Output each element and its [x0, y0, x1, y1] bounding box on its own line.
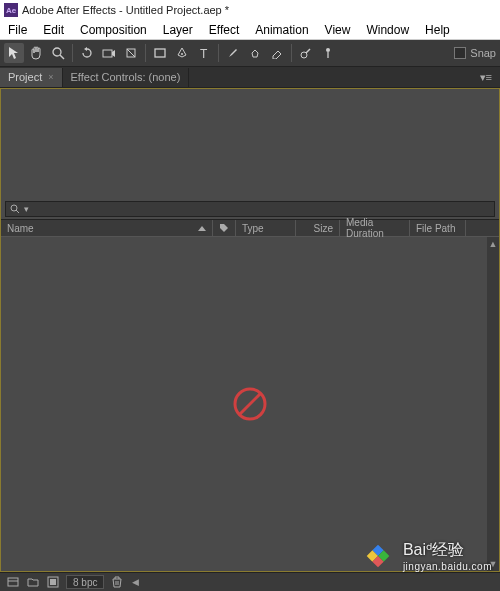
column-type-label: Type	[242, 223, 264, 234]
menu-window[interactable]: Window	[358, 23, 417, 37]
rectangle-tool[interactable]	[150, 43, 170, 63]
menu-help[interactable]: Help	[417, 23, 458, 37]
column-file-path[interactable]: File Path	[410, 220, 466, 236]
menu-file[interactable]: File	[0, 23, 35, 37]
column-type[interactable]: Type	[236, 220, 296, 236]
svg-point-6	[181, 53, 183, 55]
svg-point-0	[53, 48, 61, 56]
type-tool[interactable]: T	[194, 43, 214, 63]
toolbar-separator	[218, 44, 219, 62]
window-titlebar: Ae Adobe After Effects - Untitled Projec…	[0, 0, 500, 20]
tab-effect-controls[interactable]: Effect Controls: (none)	[63, 68, 190, 87]
tag-icon	[219, 223, 229, 233]
column-media-duration[interactable]: Media Duration	[340, 220, 410, 236]
column-headers: Name Type Size Media Duration File Path	[1, 219, 499, 237]
roto-brush-tool[interactable]	[296, 43, 316, 63]
svg-rect-2	[103, 50, 112, 57]
svg-rect-16	[8, 578, 18, 586]
project-bin[interactable]: ▲ ▼	[1, 237, 499, 571]
svg-point-10	[326, 48, 330, 52]
toolbar-separator	[72, 44, 73, 62]
menu-animation[interactable]: Animation	[247, 23, 316, 37]
column-size[interactable]: Size	[296, 220, 340, 236]
svg-line-15	[240, 394, 260, 414]
app-logo: Ae	[4, 3, 18, 17]
hand-tool[interactable]	[26, 43, 46, 63]
svg-line-1	[60, 55, 64, 59]
column-name-label: Name	[7, 223, 34, 234]
source-preview-area	[1, 89, 499, 199]
brush-tool[interactable]	[223, 43, 243, 63]
menu-view[interactable]: View	[317, 23, 359, 37]
puppet-pin-tool[interactable]	[318, 43, 338, 63]
scroll-down-icon[interactable]: ▼	[489, 559, 498, 569]
snap-label: Snap	[470, 47, 496, 59]
svg-rect-19	[50, 579, 56, 585]
svg-line-9	[306, 49, 310, 53]
delete-icon[interactable]	[110, 575, 124, 589]
snap-checkbox[interactable]	[454, 47, 466, 59]
new-composition-icon[interactable]	[46, 575, 60, 589]
new-folder-icon[interactable]	[26, 575, 40, 589]
tab-project[interactable]: Project ×	[0, 68, 63, 87]
tab-effect-controls-label: Effect Controls: (none)	[71, 71, 181, 83]
scroll-up-icon[interactable]: ▲	[489, 239, 498, 249]
search-icon	[10, 204, 20, 214]
clone-stamp-tool[interactable]	[245, 43, 265, 63]
sort-ascending-icon	[198, 226, 206, 231]
zoom-tool[interactable]	[48, 43, 68, 63]
bpc-label: 8 bpc	[73, 577, 97, 588]
pan-behind-tool[interactable]	[121, 43, 141, 63]
selection-tool[interactable]	[4, 43, 24, 63]
close-icon[interactable]: ×	[48, 72, 53, 82]
tool-bar: T Snap	[0, 40, 500, 67]
column-size-label: Size	[314, 223, 333, 234]
column-label[interactable]	[213, 220, 236, 236]
toolbar-separator	[291, 44, 292, 62]
search-input[interactable]: ▾	[5, 201, 495, 217]
menu-bar: File Edit Composition Layer Effect Anima…	[0, 20, 500, 40]
menu-edit[interactable]: Edit	[35, 23, 72, 37]
window-title: Adobe After Effects - Untitled Project.a…	[22, 4, 229, 16]
panel-menu-icon[interactable]: ▾≡	[472, 71, 500, 84]
project-panel: ▾ Name Type Size Media Duration File Pat…	[0, 88, 500, 572]
pen-tool[interactable]	[172, 43, 192, 63]
column-media-label: Media Duration	[346, 217, 403, 239]
svg-rect-5	[155, 49, 165, 57]
svg-line-4	[127, 49, 135, 57]
tab-project-label: Project	[8, 71, 42, 83]
no-drop-icon	[232, 386, 268, 422]
svg-text:T: T	[200, 47, 208, 59]
color-depth-button[interactable]: 8 bpc	[66, 575, 104, 589]
menu-composition[interactable]: Composition	[72, 23, 155, 37]
rotation-tool[interactable]	[77, 43, 97, 63]
column-name[interactable]: Name	[1, 220, 213, 236]
toolbar-separator	[145, 44, 146, 62]
horizontal-scrollbar[interactable]: ◀	[130, 575, 494, 589]
camera-tool[interactable]	[99, 43, 119, 63]
column-path-label: File Path	[416, 223, 455, 234]
interpret-footage-icon[interactable]	[6, 575, 20, 589]
chevron-down-icon: ▾	[24, 204, 29, 214]
panel-footer: 8 bpc ◀	[0, 572, 500, 591]
menu-layer[interactable]: Layer	[155, 23, 201, 37]
scroll-left-icon: ◀	[132, 577, 139, 587]
menu-effect[interactable]: Effect	[201, 23, 247, 37]
vertical-scrollbar[interactable]: ▲ ▼	[487, 237, 499, 571]
panel-tabs: Project × Effect Controls: (none) ▾≡	[0, 67, 500, 88]
eraser-tool[interactable]	[267, 43, 287, 63]
svg-line-13	[16, 210, 19, 213]
